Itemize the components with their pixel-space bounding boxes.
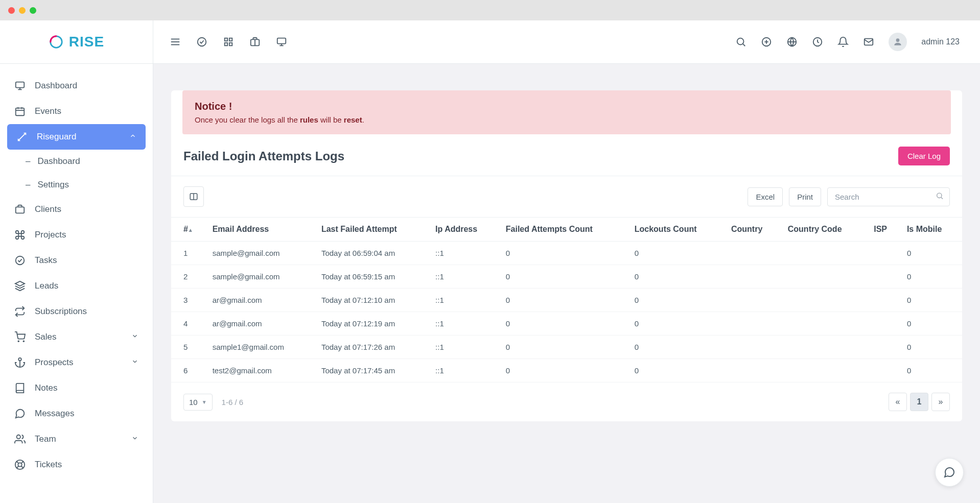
chevron-down-icon (131, 357, 138, 368)
shield-icon (16, 131, 28, 142)
window-minimize-icon[interactable] (19, 7, 26, 14)
grid-apps-icon[interactable] (223, 36, 234, 47)
cell-email: test2@gmail.com (206, 359, 315, 382)
table-row[interactable]: 6test2@gmail.comToday at 07:17:45 am::10… (171, 359, 962, 382)
cell-ip: ::1 (429, 336, 500, 359)
window-close-icon[interactable] (8, 7, 15, 14)
chevron-down-icon (131, 434, 138, 444)
minus-icon: – (26, 156, 30, 166)
sidebar-item-label: Tickets (35, 460, 62, 470)
toolbar-right: Excel Print (748, 187, 950, 206)
table-row[interactable]: 4ar@gmail.comToday at 07:12:19 am::1000 (171, 312, 962, 336)
add-circle-icon[interactable] (761, 36, 772, 47)
table-row[interactable]: 2sample@gmail.comToday at 06:59:15 am::1… (171, 265, 962, 289)
briefcase-icon (14, 204, 26, 215)
col-country[interactable]: Country (725, 218, 782, 242)
mail-icon[interactable] (863, 36, 874, 47)
export-excel-button[interactable]: Excel (748, 187, 783, 206)
caret-down-icon: ▼ (202, 399, 207, 405)
sidebar-item-label: Clients (35, 204, 61, 214)
search-wrap (827, 187, 950, 206)
col-index[interactable]: #▴ (171, 218, 206, 242)
search-input[interactable] (827, 187, 950, 206)
monitor-icon[interactable] (276, 36, 287, 47)
cell-last_attempt: Today at 06:59:15 am (315, 265, 429, 289)
cell-country_code (782, 336, 868, 359)
sidebar-item-prospects[interactable]: Prospects (0, 350, 153, 375)
bell-icon[interactable] (837, 36, 849, 47)
window-maximize-icon[interactable] (30, 7, 36, 14)
cell-lockouts: 0 (628, 265, 725, 289)
sidebar-item-label: Events (35, 106, 61, 116)
cell-ip: ::1 (429, 289, 500, 312)
svg-point-22 (896, 38, 900, 42)
sidebar-item-subscriptions[interactable]: Subscriptions (0, 299, 153, 324)
page-size-selector[interactable]: 10 ▼ (183, 394, 213, 411)
svg-line-14 (743, 44, 745, 46)
col-isp[interactable]: ISP (868, 218, 901, 242)
search-icon[interactable] (735, 36, 746, 47)
clear-log-button[interactable]: Clear Log (898, 147, 950, 165)
sidebar-sub-label: Settings (37, 180, 68, 190)
col-is-mobile[interactable]: Is Mobile (901, 218, 962, 242)
avatar[interactable] (889, 33, 907, 51)
command-icon (14, 229, 26, 241)
content-card: Notice ! Once you clear the logs all the… (171, 90, 962, 421)
chat-fab[interactable] (935, 458, 964, 487)
page-first-button[interactable]: « (889, 393, 907, 411)
sidebar-item-riseguard[interactable]: Riseguard (7, 124, 146, 150)
table-row[interactable]: 3ar@gmail.comToday at 07:12:10 am::1000 (171, 289, 962, 312)
page-number-button[interactable]: 1 (910, 393, 928, 411)
anchor-icon (14, 357, 26, 368)
sidebar-item-dashboard[interactable]: Dashboard (0, 73, 153, 99)
cell-lockouts: 0 (628, 336, 725, 359)
sidebar-item-tickets[interactable]: Tickets (0, 452, 153, 477)
sidebar-item-label: Riseguard (37, 132, 77, 142)
svg-point-32 (16, 256, 25, 265)
page-last-button[interactable]: » (931, 393, 950, 411)
sidebar-sub-settings[interactable]: – Settings (0, 173, 153, 197)
sidebar-item-tasks[interactable]: Tasks (0, 248, 153, 273)
col-email[interactable]: Email Address (206, 218, 315, 242)
page-size-value: 10 (189, 398, 198, 406)
brand[interactable]: RISE (0, 20, 153, 63)
col-country-code[interactable]: Country Code (782, 218, 868, 242)
svg-line-42 (21, 466, 24, 468)
briefcase-icon[interactable] (249, 36, 261, 47)
sidebar-item-events[interactable]: Events (0, 99, 153, 124)
columns-toggle-button[interactable] (183, 186, 204, 207)
cell-country (725, 265, 782, 289)
col-failed-count[interactable]: Failed Attempts Count (500, 218, 628, 242)
cell-country (725, 336, 782, 359)
sidebar-sub-dashboard[interactable]: – Dashboard (0, 150, 153, 173)
sidebar-item-sales[interactable]: Sales (0, 324, 153, 350)
cell-country (725, 289, 782, 312)
table-footer: 10 ▼ 1-6 / 6 « 1 » (171, 382, 962, 421)
svg-point-4 (198, 38, 206, 46)
globe-icon[interactable] (786, 36, 798, 47)
table-row[interactable]: 1sample@gmail.comToday at 06:59:04 am::1… (171, 242, 962, 265)
menu-toggle-icon[interactable] (170, 36, 181, 47)
check-circle-icon[interactable] (196, 36, 207, 47)
table-header-row: #▴ Email Address Last Failed Attempt Ip … (171, 218, 962, 242)
paginator: « 1 » (889, 393, 950, 411)
cell-country (725, 312, 782, 336)
col-last-attempt[interactable]: Last Failed Attempt (315, 218, 429, 242)
sidebar-item-team[interactable]: Team (0, 426, 153, 452)
sidebar-item-notes[interactable]: Notes (0, 375, 153, 401)
print-button[interactable]: Print (789, 187, 821, 206)
sidebar-item-label: Tasks (35, 255, 57, 266)
username[interactable]: admin 123 (921, 37, 960, 46)
cell-isp (868, 265, 901, 289)
sidebar-item-projects[interactable]: Projects (0, 222, 153, 248)
page-title: Failed Login Attempts Logs (183, 149, 344, 163)
table-row[interactable]: 5sample1@gmail.comToday at 07:17:26 am::… (171, 336, 962, 359)
notice-text: . (362, 115, 364, 124)
svg-rect-8 (229, 43, 232, 46)
col-ip[interactable]: Ip Address (429, 218, 500, 242)
sidebar-item-messages[interactable]: Messages (0, 401, 153, 426)
clock-icon[interactable] (812, 36, 823, 47)
sidebar-item-leads[interactable]: Leads (0, 273, 153, 299)
sidebar-item-clients[interactable]: Clients (0, 197, 153, 222)
col-lockouts[interactable]: Lockouts Count (628, 218, 725, 242)
